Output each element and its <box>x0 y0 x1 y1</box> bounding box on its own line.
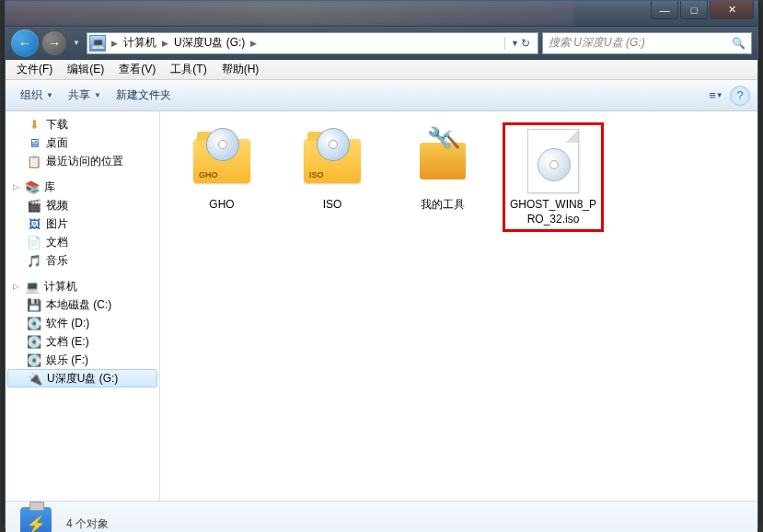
sidebar: ⬇下载🖥桌面📋最近访问的位置▷📚库🎬视频🖼图片📄文档🎵音乐▷💻计算机💾本地磁盘 … <box>6 111 160 501</box>
sidebar-item-最近访问的位置[interactable]: 📋最近访问的位置 <box>6 152 159 170</box>
sidebar-item-label: 视频 <box>46 198 68 214</box>
sidebar-item-label: 最近访问的位置 <box>46 154 123 169</box>
breadcrumb-drive[interactable]: U深度U盘 (G:) <box>170 35 249 51</box>
chevron-right-icon[interactable]: ▷ <box>13 282 24 291</box>
U深度U盘 (G:)-icon: 🔌 <box>27 371 43 386</box>
file-pane[interactable]: GHOGHOISOISO我的工具GHOST_WIN8_PRO_32.iso <box>160 111 757 501</box>
sidebar-item-桌面[interactable]: 🖥桌面 <box>6 133 159 152</box>
close-button[interactable]: ✕ <box>710 1 754 19</box>
iso-file-icon <box>520 128 586 194</box>
软件 (D:)-icon: 💽 <box>26 316 42 330</box>
sidebar-item-本地磁盘 (C:)[interactable]: 💾本地磁盘 (C:) <box>6 295 159 314</box>
body: ⬇下载🖥桌面📋最近访问的位置▷📚库🎬视频🖼图片📄文档🎵音乐▷💻计算机💾本地磁盘 … <box>6 111 757 501</box>
文档-icon: 📄 <box>26 235 42 249</box>
sidebar-item-label: 文档 (E:) <box>46 334 89 350</box>
menu-tools[interactable]: 工具(T) <box>163 60 214 79</box>
sidebar-item-label: 库 <box>44 179 55 195</box>
file-label: 我的工具 <box>421 198 465 213</box>
search-input[interactable]: 搜索 U深度U盘 (G:) 🔍 <box>542 32 752 54</box>
minimize-button[interactable]: — <box>651 1 678 19</box>
sidebar-item-label: 软件 (D:) <box>46 316 89 331</box>
娱乐 (F:)-icon: 💽 <box>26 353 42 367</box>
arrow-right-icon: → <box>48 36 61 51</box>
库-icon: 📚 <box>24 179 40 194</box>
status-drive-icon: ⚡ <box>17 505 55 533</box>
sidebar-item-娱乐 (F:)[interactable]: 💽娱乐 (F:) <box>6 351 159 369</box>
breadcrumb-sep[interactable]: ▶ <box>110 39 120 48</box>
计算机-icon: 💻 <box>24 279 40 294</box>
menu-edit[interactable]: 编辑(E) <box>60 60 111 79</box>
help-button[interactable]: ? <box>730 86 750 106</box>
本地磁盘 (C:)-icon: 💾 <box>26 297 42 312</box>
file-item-GHO[interactable]: GHOGHO <box>171 122 272 232</box>
文档 (E:)-icon: 💽 <box>26 334 42 349</box>
sidebar-item-label: 音乐 <box>46 253 68 269</box>
chevron-right-icon[interactable]: ▷ <box>13 182 24 191</box>
图片-icon: 🖼 <box>26 216 42 231</box>
file-label: ISO <box>323 198 342 213</box>
chevron-down-icon: ▼ <box>46 91 53 99</box>
sidebar-resize-handle[interactable] <box>157 111 160 501</box>
file-item-GHOST_WIN8_PRO_32.iso[interactable]: GHOST_WIN8_PRO_32.iso <box>503 122 604 232</box>
search-icon[interactable]: 🔍 <box>732 37 746 50</box>
drive-icon: 💻 <box>89 35 106 52</box>
breadcrumb-sep[interactable]: ▶ <box>160 39 170 48</box>
folder-disc-icon: ISO <box>299 128 365 194</box>
桌面-icon: 🖥 <box>26 135 42 150</box>
history-dropdown[interactable]: ▼ <box>70 33 83 53</box>
file-label: GHOST_WIN8_PRO_32.iso <box>506 198 600 226</box>
folder-disc-icon: GHO <box>189 128 255 194</box>
sidebar-item-U深度U盘 (G:)[interactable]: 🔌U深度U盘 (G:) <box>7 369 157 387</box>
sidebar-item-音乐[interactable]: 🎵音乐 <box>6 251 159 270</box>
menubar: 文件(F) 编辑(E) 查看(V) 工具(T) 帮助(H) <box>6 60 757 80</box>
statusbar: ⚡ 4 个对象 <box>6 501 757 532</box>
sidebar-item-计算机[interactable]: ▷💻计算机 <box>6 277 159 295</box>
status-count: 4 个对象 <box>66 516 109 532</box>
titlebar-aero <box>6 1 573 26</box>
最近访问的位置-icon: 📋 <box>26 154 42 168</box>
forward-button[interactable]: → <box>42 31 66 55</box>
breadcrumb-sep[interactable]: ▶ <box>249 39 259 48</box>
sidebar-item-文档[interactable]: 📄文档 <box>6 233 159 251</box>
organize-button[interactable]: 组织 ▼ <box>13 84 61 107</box>
navbar: ← → ▼ 💻 ▶ 计算机 ▶ U深度U盘 (G:) ▶ ▼ ↻ 搜索 U深度U… <box>6 27 757 60</box>
sidebar-item-软件 (D:)[interactable]: 💽软件 (D:) <box>6 314 159 332</box>
toolbox-icon <box>410 128 476 194</box>
sidebar-item-下载[interactable]: ⬇下载 <box>6 115 159 133</box>
sidebar-item-label: 娱乐 (F:) <box>46 353 88 368</box>
menu-help[interactable]: 帮助(H) <box>214 60 267 79</box>
address-bar[interactable]: 💻 ▶ 计算机 ▶ U深度U盘 (G:) ▶ ▼ ↻ <box>87 32 538 54</box>
sidebar-item-label: 图片 <box>46 216 68 232</box>
search-placeholder: 搜索 U深度U盘 (G:) <box>549 35 645 51</box>
sidebar-item-label: 下载 <box>46 117 68 133</box>
new-folder-button[interactable]: 新建文件夹 <box>109 84 179 107</box>
sidebar-item-label: 计算机 <box>44 279 77 295</box>
音乐-icon: 🎵 <box>26 253 42 268</box>
titlebar[interactable]: — □ ✕ <box>6 1 757 27</box>
下载-icon: ⬇ <box>26 117 42 132</box>
back-button[interactable]: ← <box>11 29 39 57</box>
sidebar-item-label: U深度U盘 (G:) <box>47 371 118 387</box>
menu-view[interactable]: 查看(V) <box>111 60 163 79</box>
breadcrumb-computer[interactable]: 计算机 <box>120 35 160 51</box>
视频-icon: 🎬 <box>26 198 42 213</box>
file-label: GHO <box>209 198 234 213</box>
share-button[interactable]: 共享 ▼ <box>61 84 109 107</box>
sidebar-item-视频[interactable]: 🎬视频 <box>6 196 159 214</box>
sidebar-item-label: 本地磁盘 (C:) <box>46 297 111 313</box>
view-mode-button[interactable]: ≡ ▼ <box>706 86 726 106</box>
explorer-window: — □ ✕ ← → ▼ 💻 ▶ 计算机 ▶ U深度U盘 (G:) ▶ ▼ ↻ 搜… <box>5 0 758 528</box>
sidebar-item-label: 桌面 <box>46 135 68 151</box>
refresh-button[interactable]: ▼ ↻ <box>504 37 536 50</box>
window-controls: — □ ✕ <box>649 1 754 19</box>
sidebar-item-文档 (E:)[interactable]: 💽文档 (E:) <box>6 332 159 351</box>
file-item-我的工具[interactable]: 我的工具 <box>392 122 493 232</box>
sidebar-item-图片[interactable]: 🖼图片 <box>6 214 159 233</box>
arrow-left-icon: ← <box>18 36 31 51</box>
sidebar-item-库[interactable]: ▷📚库 <box>6 178 159 196</box>
chevron-down-icon: ▼ <box>94 91 101 99</box>
maximize-button[interactable]: □ <box>680 1 708 19</box>
file-item-ISO[interactable]: ISOISO <box>282 122 383 232</box>
sidebar-item-label: 文档 <box>46 235 68 250</box>
menu-file[interactable]: 文件(F) <box>9 60 60 79</box>
